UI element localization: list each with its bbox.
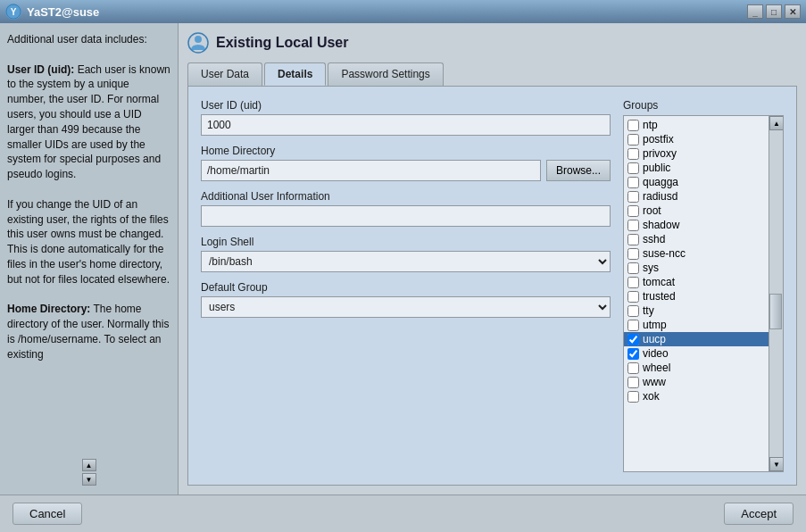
group-name: www (643, 376, 666, 388)
group-name: quagga (643, 176, 678, 188)
home-dir-inline: Browse... (201, 160, 611, 181)
group-name: utmp (643, 319, 667, 331)
group-item[interactable]: tomcat (624, 275, 769, 289)
cancel-button[interactable]: Cancel (12, 503, 82, 525)
group-name: root (643, 204, 661, 217)
group-checkbox[interactable] (627, 220, 639, 231)
groups-list-container: ntppostfixprivoxypublicquaggaradiusdroot… (623, 115, 784, 472)
group-checkbox[interactable] (627, 320, 639, 331)
group-checkbox[interactable] (627, 148, 639, 160)
maximize-button[interactable]: □ (766, 4, 782, 19)
titlebar: Y YaST2@suse _ □ ✕ (0, 0, 806, 23)
login-shell-select[interactable]: /bin/bash /bin/sh /bin/zsh /sbin/nologin (201, 251, 611, 272)
group-name: video (643, 347, 669, 360)
group-checkbox[interactable] (627, 291, 639, 303)
close-button[interactable]: ✕ (785, 4, 801, 19)
dialog-header: Existing Local User (187, 32, 797, 54)
group-checkbox[interactable] (627, 177, 639, 188)
scroll-thumb[interactable] (769, 294, 782, 329)
login-shell-label: Login Shell (201, 236, 611, 248)
group-item[interactable]: shadow (624, 218, 769, 232)
group-checkbox[interactable] (627, 162, 639, 174)
accept-button[interactable]: Accept (724, 503, 794, 525)
group-item[interactable]: suse-ncc (624, 246, 769, 261)
group-checkbox[interactable] (627, 134, 639, 145)
form-groups-container: User ID (uid) Home Directory Browse... (201, 99, 784, 472)
browse-button[interactable]: Browse... (546, 160, 611, 181)
svg-text:Y: Y (11, 7, 17, 17)
uid-input[interactable] (201, 114, 611, 136)
additional-info-label: Additional User Information (201, 190, 611, 203)
group-name: wheel (643, 362, 670, 374)
default-group-select[interactable]: users root wheel (201, 296, 611, 318)
sidebar-text: Additional user data includes: User ID (… (7, 32, 170, 455)
scroll-thumb-area (769, 130, 783, 457)
group-checkbox[interactable] (627, 277, 639, 288)
group-checkbox[interactable] (627, 334, 639, 345)
group-name: tomcat (643, 276, 675, 288)
scroll-down-button[interactable]: ▼ (769, 457, 784, 471)
group-name: public (643, 162, 670, 174)
minimize-button[interactable]: _ (747, 4, 763, 19)
group-item[interactable]: radiusd (624, 189, 769, 204)
group-item[interactable]: utmp (624, 318, 769, 332)
group-item[interactable]: public (624, 161, 769, 175)
scroll-up-button[interactable]: ▲ (769, 116, 784, 130)
group-checkbox[interactable] (627, 377, 639, 388)
group-item[interactable]: root (624, 204, 769, 218)
groups-panel: Groups ntppostfixprivoxypublicquaggaradi… (623, 99, 784, 472)
group-name: sshd (643, 233, 665, 245)
dialog-title: Existing Local User (216, 35, 349, 51)
groups-list[interactable]: ntppostfixprivoxypublicquaggaradiusdroot… (624, 116, 769, 471)
group-item[interactable]: www (624, 375, 769, 389)
group-checkbox[interactable] (627, 191, 639, 203)
app-icon: Y (5, 4, 21, 20)
home-dir-row: Home Directory Browse... (201, 145, 611, 181)
tab-password-settings[interactable]: Password Settings (328, 62, 443, 86)
group-name: postfix (643, 133, 674, 145)
content-area: Additional user data includes: User ID (… (0, 23, 806, 495)
home-dir-input[interactable] (201, 160, 541, 181)
sidebar-scroll-down[interactable]: ▼ (82, 473, 96, 486)
group-name: xok (643, 390, 660, 403)
group-name: privoxy (643, 147, 677, 160)
group-checkbox[interactable] (627, 234, 639, 245)
group-item[interactable]: xok (624, 389, 769, 403)
tab-details[interactable]: Details (264, 62, 326, 86)
tabs: User Data Details Password Settings (187, 62, 797, 86)
group-checkbox[interactable] (627, 262, 639, 274)
group-checkbox[interactable] (627, 362, 639, 374)
group-item[interactable]: trusted (624, 289, 769, 303)
group-item[interactable]: ntp (624, 118, 769, 132)
group-checkbox[interactable] (627, 120, 639, 131)
uid-label: User ID (uid) (201, 99, 611, 112)
group-item[interactable]: sshd (624, 232, 769, 246)
group-item[interactable]: video (624, 346, 769, 361)
tab-user-data[interactable]: User Data (187, 62, 262, 86)
group-checkbox[interactable] (627, 205, 639, 217)
group-item[interactable]: tty (624, 303, 769, 318)
bottom-bar: Cancel Accept (0, 495, 806, 532)
group-name: uucp (643, 333, 666, 345)
group-checkbox[interactable] (627, 248, 639, 260)
group-name: trusted (643, 290, 676, 303)
group-checkbox[interactable] (627, 391, 639, 403)
sidebar: Additional user data includes: User ID (… (0, 23, 179, 495)
group-name: sys (643, 262, 659, 274)
group-item[interactable]: sys (624, 261, 769, 275)
additional-info-input[interactable] (201, 205, 611, 227)
group-item[interactable]: wheel (624, 361, 769, 375)
group-item[interactable]: uucp (624, 332, 769, 346)
group-item[interactable]: postfix (624, 132, 769, 146)
group-name: ntp (643, 119, 658, 131)
tab-content: User ID (uid) Home Directory Browse... (187, 86, 797, 486)
group-checkbox[interactable] (627, 348, 639, 360)
group-checkbox[interactable] (627, 305, 639, 317)
sidebar-scroll-up[interactable]: ▲ (82, 459, 96, 471)
group-item[interactable]: quagga (624, 175, 769, 189)
group-name: tty (643, 304, 654, 317)
titlebar-buttons: _ □ ✕ (747, 4, 801, 19)
group-name: suse-ncc (643, 247, 686, 260)
additional-info-row: Additional User Information (201, 190, 611, 227)
group-item[interactable]: privoxy (624, 146, 769, 161)
